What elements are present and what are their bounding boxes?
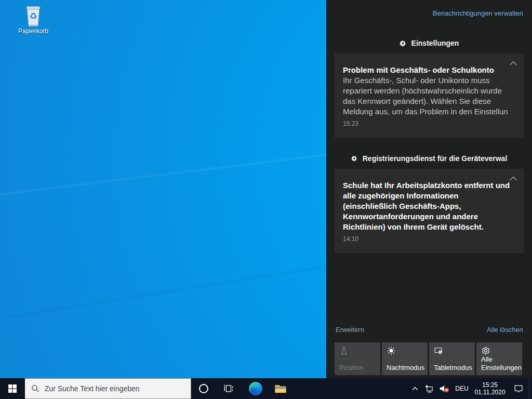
- clock-time: 15:25: [474, 381, 505, 389]
- notification-group-header-registrierungsdienst[interactable]: Registrierungsdienst für die Geräteverwa…: [326, 154, 532, 163]
- quick-action-label: Nachtmodus: [387, 364, 425, 372]
- notification-card[interactable]: Problem mit Geschäfts- oder Schulkonto I…: [335, 54, 524, 138]
- map-pin-icon: [339, 346, 349, 355]
- clock-date: 01.11.2020: [474, 389, 505, 396]
- action-center-panel: Benachrichtigungen verwalten Einstellung…: [326, 0, 532, 378]
- night-light-icon: [387, 346, 396, 355]
- file-explorer-icon: [274, 382, 287, 395]
- cortana-button[interactable]: [191, 378, 216, 399]
- clear-all-link[interactable]: Alle löschen: [487, 326, 523, 334]
- volume-tray-button[interactable]: [436, 378, 452, 399]
- notification-title: Schule hat Ihr Arbeitsplatzkonto entfern…: [343, 180, 508, 232]
- recycle-bin[interactable]: ♻ Papierkorb: [16, 3, 51, 35]
- start-button[interactable]: [0, 378, 25, 399]
- volume-muted-icon: [438, 383, 450, 394]
- action-center-button[interactable]: [508, 378, 529, 399]
- show-desktop-button[interactable]: [529, 378, 532, 399]
- file-explorer-button[interactable]: [268, 378, 293, 399]
- tablet-mode-icon: [434, 346, 443, 355]
- cortana-icon: [198, 383, 209, 394]
- recycle-bin-icon: ♻: [16, 3, 51, 27]
- quick-actions-row: Position Nachtmodus: [335, 342, 522, 375]
- notification-card[interactable]: Schule hat Ihr Arbeitsplatzkonto entfern…: [335, 169, 524, 253]
- notification-time: 14:10: [343, 235, 508, 243]
- expand-link[interactable]: Erweitern: [336, 326, 364, 334]
- start-icon: [8, 384, 17, 393]
- edge-icon: [249, 382, 262, 395]
- quick-action-label: Tabletmodus: [434, 364, 473, 372]
- manage-notifications-link[interactable]: Benachrichtigungen verwalten: [433, 9, 523, 17]
- quick-action-nachtmodus[interactable]: Nachtmodus: [382, 342, 428, 375]
- task-view-icon: [223, 383, 234, 394]
- group-header-label: Einstellungen: [411, 39, 459, 47]
- chevron-up-icon[interactable]: [509, 61, 517, 66]
- quick-action-label: Alle Einstellungen: [481, 355, 520, 372]
- task-view-button[interactable]: [216, 378, 241, 399]
- group-header-label: Registrierungsdienst für die Geräteverwa…: [363, 154, 508, 163]
- quick-action-position: Position: [335, 342, 380, 375]
- action-center-icon: [513, 383, 524, 394]
- taskbar-search-box[interactable]: Zur Suche Text hier eingeben: [25, 378, 191, 399]
- svg-text:♻: ♻: [29, 11, 37, 21]
- search-icon: [31, 384, 39, 393]
- notification-title: Problem mit Geschäfts- oder Schulkonto: [343, 65, 508, 75]
- network-tray-button[interactable]: [422, 378, 436, 399]
- notification-group-header-einstellungen[interactable]: Einstellungen: [326, 39, 532, 47]
- tray-expand-button[interactable]: [408, 378, 422, 399]
- search-placeholder: Zur Suche Text hier eingeben: [45, 384, 140, 393]
- notification-body: Ihr Geschäfts-, Schul- oder Unikonto mus…: [343, 75, 508, 117]
- quick-action-tabletmodus[interactable]: Tabletmodus: [429, 342, 475, 375]
- screen: ♻ Papierkorb Benachrichtigungen verwalte…: [0, 0, 532, 399]
- gear-icon: [400, 40, 406, 47]
- tray-chevron-icon: [412, 387, 418, 391]
- language-indicator[interactable]: DEU: [452, 378, 472, 399]
- taskbar: Zur Suche Text hier eingeben: [0, 378, 532, 399]
- quick-action-alle-einstellungen[interactable]: Alle Einstellungen: [476, 342, 522, 375]
- system-tray: DEU 15:25 01.11.2020: [408, 378, 532, 399]
- gear-icon: [351, 155, 357, 162]
- edge-button[interactable]: [243, 378, 268, 399]
- settings-gear-icon: [481, 346, 490, 355]
- quick-action-label: Position: [339, 364, 378, 372]
- notification-time: 15:23: [343, 120, 508, 127]
- chevron-up-icon[interactable]: [509, 176, 517, 181]
- network-icon: [424, 384, 434, 394]
- recycle-bin-label: Papierkorb: [16, 28, 51, 35]
- taskbar-clock[interactable]: 15:25 01.11.2020: [472, 378, 508, 399]
